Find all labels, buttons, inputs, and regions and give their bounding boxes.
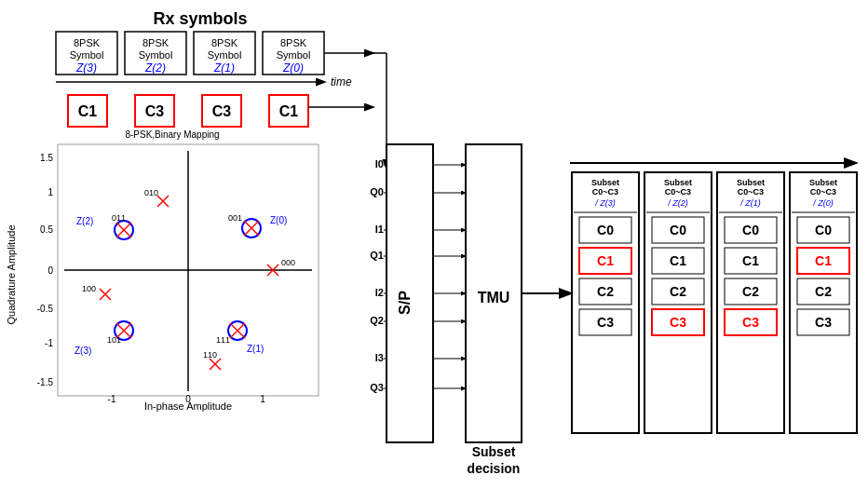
- svg-text:C3: C3: [815, 315, 832, 330]
- svg-rect-111: [574, 174, 637, 211]
- svg-text:C0~C3: C0~C3: [665, 187, 691, 197]
- svg-rect-148: [725, 309, 777, 335]
- svg-text:Subset: Subset: [664, 178, 692, 187]
- svg-text:C1: C1: [597, 253, 614, 268]
- svg-line-54: [116, 323, 131, 338]
- svg-text:C2: C2: [815, 284, 832, 299]
- svg-text:Subset: Subset: [737, 178, 765, 187]
- svg-line-72: [210, 359, 221, 370]
- svg-text:-0.5: -0.5: [37, 304, 54, 314]
- svg-line-63: [157, 196, 169, 207]
- svg-text:C0~C3: C0~C3: [738, 187, 764, 197]
- svg-point-53: [115, 321, 133, 340]
- svg-text:I3: I3: [375, 352, 384, 363]
- svg-text:Quadrature Amplitude: Quadrature Amplitude: [6, 224, 17, 324]
- svg-text:time: time: [331, 75, 352, 88]
- svg-rect-28: [58, 144, 319, 396]
- svg-text:Subset: Subset: [809, 178, 837, 187]
- svg-rect-78: [387, 144, 433, 442]
- svg-text:I0: I0: [375, 158, 384, 170]
- svg-text:Symbol: Symbol: [208, 49, 242, 61]
- svg-rect-144: [725, 248, 777, 274]
- svg-rect-159: [797, 278, 849, 305]
- svg-rect-146: [725, 278, 777, 305]
- svg-text:C3: C3: [212, 103, 232, 119]
- svg-rect-142: [725, 217, 777, 243]
- svg-rect-122: [579, 309, 631, 335]
- svg-rect-129: [652, 217, 704, 243]
- svg-text:decision: decision: [468, 461, 521, 476]
- svg-text:C0: C0: [742, 223, 759, 237]
- svg-rect-131: [652, 248, 704, 274]
- svg-text:-1: -1: [108, 394, 116, 404]
- svg-text:Z(3): Z(3): [75, 61, 97, 75]
- svg-rect-135: [652, 309, 704, 335]
- svg-text:001: 001: [228, 213, 242, 223]
- svg-line-70: [100, 289, 111, 300]
- svg-text:100: 100: [82, 284, 96, 293]
- svg-line-55: [116, 323, 131, 338]
- main-container: Rx symbols 8PSK Symbol Z(3) 8PSK Symbol …: [0, 0, 868, 502]
- svg-line-64: [157, 196, 169, 207]
- svg-rect-104: [466, 144, 522, 442]
- svg-text:Z(0): Z(0): [282, 61, 304, 75]
- svg-text:Q2: Q2: [370, 315, 384, 326]
- svg-line-50: [116, 223, 131, 237]
- svg-text:In-phase Amplitude: In-phase Amplitude: [144, 400, 232, 412]
- svg-rect-155: [797, 217, 849, 243]
- svg-text:C1: C1: [78, 103, 98, 119]
- svg-text:C1: C1: [670, 253, 686, 268]
- svg-text:C0~C3: C0~C3: [592, 187, 618, 197]
- svg-text:0: 0: [185, 394, 191, 404]
- svg-text:C2: C2: [670, 284, 686, 299]
- svg-point-58: [228, 321, 247, 340]
- svg-text:Z(0): Z(0): [270, 215, 287, 225]
- svg-text:C2: C2: [597, 284, 614, 299]
- svg-text:C3: C3: [145, 103, 165, 119]
- svg-text:Symbol: Symbol: [139, 49, 173, 61]
- svg-text:C1: C1: [815, 253, 832, 268]
- svg-text:Q3: Q3: [370, 382, 384, 393]
- svg-text:8PSK: 8PSK: [74, 37, 101, 48]
- svg-rect-120: [579, 278, 631, 305]
- svg-text:Subset: Subset: [591, 178, 619, 187]
- svg-rect-161: [797, 309, 849, 335]
- svg-text:110: 110: [203, 350, 217, 360]
- svg-rect-0: [56, 32, 117, 75]
- svg-text:TMU: TMU: [478, 290, 510, 305]
- svg-point-48: [115, 221, 133, 239]
- svg-rect-110: [572, 172, 639, 433]
- svg-text:I2: I2: [375, 287, 384, 298]
- svg-text:Subset: Subset: [472, 444, 516, 459]
- svg-text:8PSK: 8PSK: [211, 37, 238, 48]
- svg-text:-1.5: -1.5: [37, 377, 54, 387]
- svg-text:/ Z(0): / Z(0): [812, 198, 834, 208]
- svg-text:C3: C3: [670, 315, 686, 330]
- svg-text:C0: C0: [815, 223, 832, 237]
- svg-text:C1: C1: [742, 253, 759, 268]
- svg-text:/ Z(2): / Z(2): [667, 198, 688, 208]
- svg-text:/ Z(1): / Z(1): [739, 198, 761, 208]
- svg-text:8PSK: 8PSK: [280, 37, 307, 48]
- svg-text:C0~C3: C0~C3: [810, 187, 836, 197]
- svg-rect-157: [797, 248, 849, 274]
- rx-title: Rx symbols: [153, 9, 247, 28]
- svg-text:Symbol: Symbol: [70, 49, 104, 61]
- svg-line-49: [116, 223, 131, 237]
- svg-text:S/P: S/P: [397, 291, 413, 315]
- svg-text:011: 011: [112, 213, 126, 223]
- svg-text:Z(2): Z(2): [76, 216, 93, 226]
- svg-text:Q0: Q0: [370, 186, 384, 197]
- svg-text:Z(1): Z(1): [247, 344, 264, 354]
- svg-text:C0: C0: [670, 223, 686, 237]
- svg-line-67: [267, 265, 278, 276]
- svg-text:C3: C3: [597, 315, 614, 330]
- svg-text:Z(1): Z(1): [213, 61, 235, 75]
- svg-line-73: [210, 359, 221, 370]
- svg-rect-4: [125, 32, 186, 75]
- svg-line-60: [230, 323, 245, 338]
- svg-text:-1: -1: [45, 338, 53, 348]
- svg-text:Symbol: Symbol: [277, 49, 311, 61]
- svg-rect-19: [68, 95, 107, 127]
- svg-rect-8: [194, 32, 255, 75]
